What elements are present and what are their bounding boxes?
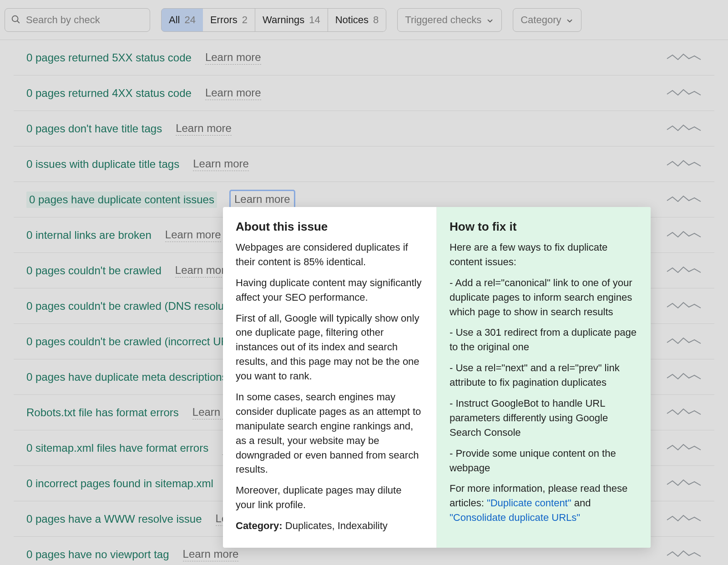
dropdown-label: Triggered checks [405,14,481,26]
search-field-wrap[interactable] [5,8,150,32]
about-text: Webpages are considered duplicates if th… [236,240,424,269]
triggered-checks-dropdown[interactable]: Triggered checks [397,8,502,32]
search-input[interactable] [26,14,145,26]
tab-warnings[interactable]: Warnings 14 [255,9,328,31]
sparkline-icon [666,228,702,242]
tab-count: 2 [242,14,248,26]
issue-row-left: Robots.txt file has format errorsLearn m… [26,406,248,419]
consolidate-urls-link[interactable]: "Consolidate duplicate URLs" [450,512,580,523]
tab-errors[interactable]: Errors 2 [203,9,255,31]
learn-more-link[interactable]: Learn more [183,548,239,561]
sparkline-icon [666,334,702,349]
learn-more-link[interactable]: Learn more [205,86,261,100]
issue-text[interactable]: 0 sitemap.xml files have format errors [26,442,208,454]
learn-more-link[interactable]: Learn more [165,228,221,242]
issue-row: 0 pages returned 4XX status codeLearn mo… [14,76,714,111]
issue-row: 0 pages returned 5XX status codeLearn mo… [14,40,714,76]
category-value: Duplicates, Indexability [283,520,388,531]
issue-text[interactable]: 0 pages returned 5XX status code [26,51,192,64]
fix-text: Here are a few ways to fix duplicate con… [450,240,638,269]
fix-bullet: - Add a rel="canonical" link to one of y… [450,276,638,319]
tab-count: 8 [373,14,379,26]
about-heading: About this issue [236,220,424,234]
tab-all[interactable]: All 24 [161,8,203,32]
dropdown-label: Category [521,14,561,26]
issue-row-left: 0 pages returned 4XX status codeLearn mo… [26,86,261,100]
sparkline-icon [666,512,702,526]
issue-row-left: 0 pages have duplicate content issuesLea… [26,191,294,208]
svg-point-0 [12,15,18,21]
category-label: Category: [236,520,283,531]
issue-row: 0 pages don't have title tagsLearn more [14,111,714,146]
fix-bullet: - Provide some unique content on the web… [450,446,638,475]
fix-heading: How to fix it [450,220,638,234]
issue-row-left: 0 pages couldn't be crawledLearn more [26,264,231,277]
about-text: In some cases, search engines may consid… [236,390,424,477]
fix-bullet: - Use a rel="next" and a rel="prev" link… [450,361,638,390]
learn-more-link[interactable]: Learn more [231,191,294,208]
fix-bullet: - Use a 301 redirect from a duplicate pa… [450,325,638,354]
fix-more: For more information, please read these … [450,481,638,525]
issue-row-left: 0 pages don't have title tagsLearn more [26,122,232,136]
sparkline-icon [666,547,702,562]
sparkline-icon [666,441,702,455]
about-text: Having duplicate content may significant… [236,276,424,305]
tab-count: 14 [309,14,320,26]
tab-count: 24 [184,14,195,26]
sparkline-icon [666,370,702,384]
chevron-down-icon [566,16,574,24]
tab-label: Notices [335,14,369,26]
learn-more-link[interactable]: Learn more [193,157,249,171]
tab-label: All [169,14,180,26]
issue-text[interactable]: 0 incorrect pages found in sitemap.xml [26,477,213,490]
toolbar: All 24 Errors 2 Warnings 14 Notices 8 Tr… [0,0,728,40]
category-line: Category: Duplicates, Indexability [236,519,424,533]
learn-more-link[interactable]: Learn more [205,51,261,65]
sparkline-icon [666,50,702,65]
about-panel: About this issue Webpages are considered… [223,207,437,548]
issue-text[interactable]: 0 pages have a WWW resolve issue [26,513,202,525]
learn-more-link[interactable]: Learn more [176,122,232,136]
filter-tabs: All 24 Errors 2 Warnings 14 Notices 8 [161,8,386,32]
fix-bullet: - Instruct GoogleBot to handle URL param… [450,396,638,440]
about-text: Moreover, duplicate pages may dilute you… [236,483,424,512]
issue-text[interactable]: 0 pages have duplicate content issues [26,192,217,208]
issue-text[interactable]: 0 pages have no viewport tag [26,548,169,561]
issue-row-left: 0 pages have no viewport tagLearn more [26,548,238,561]
chevron-down-icon [486,16,494,24]
duplicate-content-link[interactable]: "Duplicate content" [487,497,571,509]
issue-row-left: 0 issues with duplicate title tagsLearn … [26,157,249,171]
sparkline-icon [666,86,702,101]
tab-label: Errors [210,14,238,26]
tab-label: Warnings [263,14,304,26]
issue-row-left: 0 pages returned 5XX status codeLearn mo… [26,51,261,65]
issue-text[interactable]: 0 pages don't have title tags [26,122,162,135]
fix-panel: How to fix it Here are a few ways to fix… [437,207,651,548]
issue-text[interactable]: Robots.txt file has format errors [26,406,179,419]
issue-text[interactable]: 0 internal links are broken [26,229,152,242]
fix-and: and [571,497,591,509]
sparkline-icon [666,157,702,172]
category-dropdown[interactable]: Category [513,8,581,32]
sparkline-icon [666,192,702,207]
issue-text[interactable]: 0 issues with duplicate title tags [26,158,179,171]
sparkline-icon [666,299,702,313]
about-text: First of all, Google will typically show… [236,311,424,383]
search-icon [10,14,20,26]
svg-line-1 [17,21,19,23]
issue-text[interactable]: 0 pages have duplicate meta descriptions [26,371,228,383]
sparkline-icon [666,263,702,278]
issue-text[interactable]: 0 pages couldn't be crawled [26,264,162,277]
sparkline-icon [666,405,702,420]
issue-row-left: 0 internal links are brokenLearn more [26,228,221,242]
sparkline-icon [666,476,702,491]
sparkline-icon [666,121,702,136]
issue-detail-popover: About this issue Webpages are considered… [223,207,651,548]
issue-row: 0 issues with duplicate title tagsLearn … [14,146,714,182]
tab-notices[interactable]: Notices 8 [328,9,386,31]
issue-text[interactable]: 0 pages returned 4XX status code [26,87,192,100]
